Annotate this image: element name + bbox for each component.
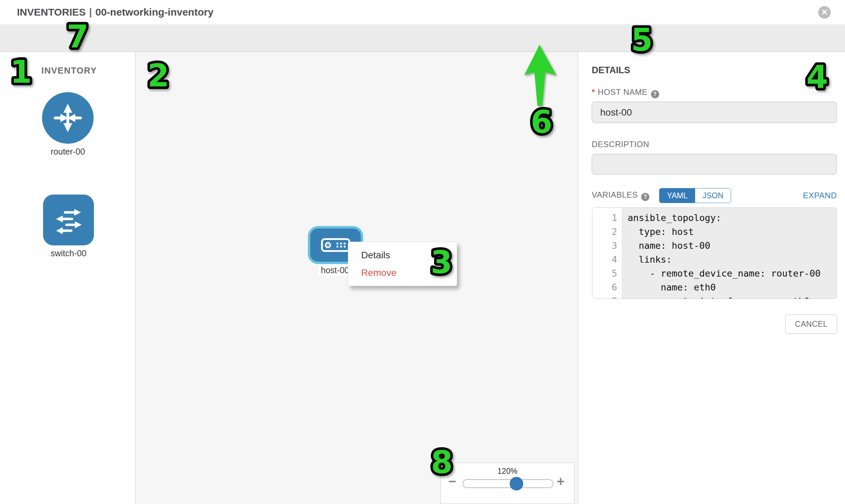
variables-format-toggle: YAML JSON	[659, 188, 731, 203]
zoom-control-panel: 120% − +	[440, 463, 575, 504]
breadcrumb-section: INVENTORIES	[17, 6, 86, 18]
host-name-input[interactable]	[592, 102, 837, 123]
zoom-slider-handle[interactable]	[510, 477, 523, 490]
variables-code-editor[interactable]: 1 2 3 4 5 6 7 ansible_topology: type: ho…	[592, 208, 837, 299]
zoom-slider-track[interactable]	[462, 479, 553, 488]
header: INVENTORIES|00-networking-inventory ✕	[0, 0, 845, 25]
router-label: router-00	[51, 147, 85, 157]
code-line: links:	[628, 252, 837, 266]
breadcrumb-separator: |	[86, 6, 95, 18]
help-icon[interactable]: ?	[651, 90, 659, 98]
switch-icon	[43, 195, 94, 246]
inventory-heading: INVENTORY	[41, 66, 97, 76]
close-icon: ✕	[821, 8, 828, 17]
sidebar-item-router[interactable]: router-00	[42, 92, 93, 157]
code-line: remote_interface_name: eth0	[628, 294, 837, 299]
code-line: type: host	[628, 225, 837, 239]
page-title: INVENTORIES|00-networking-inventory	[17, 6, 214, 18]
router-icon	[42, 92, 93, 144]
json-tab[interactable]: JSON	[695, 188, 731, 203]
switch-label: switch-00	[51, 249, 86, 258]
zoom-out-button[interactable]: −	[448, 474, 456, 488]
code-line: name: eth0	[628, 280, 837, 294]
host-icon	[321, 237, 351, 253]
host-name-label-row: *HOST NAME?	[592, 87, 659, 98]
variables-label: VARIABLES	[592, 190, 638, 199]
code-line: - remote_device_name: router-00	[628, 266, 837, 280]
host-name-label: HOST NAME	[598, 87, 648, 96]
node-context-menu: Details Remove	[348, 242, 457, 286]
inventory-name: 00-networking-inventory	[95, 6, 213, 18]
code-line: name: host-00	[628, 239, 837, 252]
required-asterisk: *	[592, 87, 595, 96]
line-number-gutter: 1 2 3 4 5 6 7	[592, 208, 622, 299]
help-icon[interactable]: ?	[641, 193, 649, 201]
zoom-in-button[interactable]: +	[557, 474, 565, 488]
yaml-tab[interactable]: YAML	[659, 188, 695, 203]
sidebar-item-switch[interactable]: switch-00	[43, 195, 94, 258]
cancel-button[interactable]: CANCEL	[785, 314, 837, 334]
host-node-label: host-00	[318, 265, 352, 276]
zoom-level-label: 120%	[441, 467, 574, 476]
description-label: DESCRIPTION	[592, 140, 649, 149]
details-title: DETAILS	[592, 65, 630, 76]
code-line: ansible_topology:	[628, 211, 837, 225]
variables-label-row: VARIABLES?	[592, 190, 649, 205]
menu-item-remove[interactable]: Remove	[348, 264, 457, 282]
toolbar: ACTIONS SEARCH	[0, 25, 845, 52]
close-button[interactable]: ✕	[818, 6, 831, 19]
inventory-topology-app: INVENTORIES|00-networking-inventory ✕ AC…	[0, 0, 845, 504]
menu-item-details[interactable]: Details	[348, 247, 457, 264]
details-panel: DETAILS *HOST NAME? DESCRIPTION VARIABLE…	[579, 52, 845, 504]
code-content: ansible_topology: type: host name: host-…	[622, 208, 837, 299]
expand-link[interactable]: EXPAND	[803, 191, 837, 200]
description-input[interactable]	[592, 154, 837, 175]
